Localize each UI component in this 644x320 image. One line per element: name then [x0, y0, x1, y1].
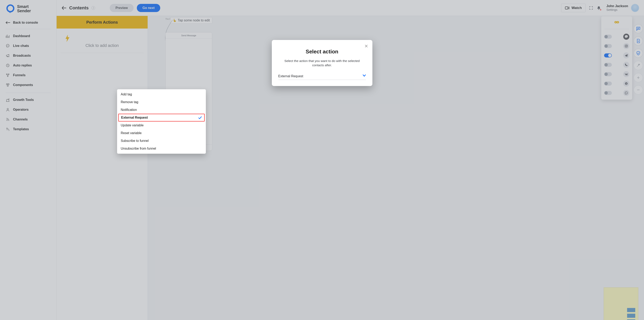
app-shell: Smart Sender Back to console Dashboard L… — [0, 0, 644, 320]
dropdown-option-reset-variable[interactable]: Reset variable — [117, 129, 206, 137]
check-icon — [198, 116, 202, 119]
dropdown-option-remove-tag[interactable]: Remove tag — [117, 98, 206, 106]
dropdown-option-unsubscribe-funnel[interactable]: Unsubscribe from funnel — [117, 145, 206, 152]
close-icon — [364, 44, 368, 48]
chevron-down-icon — [362, 74, 366, 77]
dropdown-option-add-tag[interactable]: Add tag — [117, 91, 206, 98]
dropdown-option-subscribe-funnel[interactable]: Subscribe to funnel — [117, 137, 206, 145]
action-select[interactable]: External Request — [278, 73, 366, 80]
modal-title: Select action — [278, 49, 366, 55]
action-select-value: External Request — [278, 74, 303, 78]
dropdown-option-external-request[interactable]: External Request — [118, 114, 204, 122]
modal-subtitle: Select the action that you want to do wi… — [284, 59, 360, 68]
dropdown-option-notification[interactable]: Notification — [117, 106, 206, 114]
action-dropdown: Add tag Remove tag Notification External… — [117, 89, 206, 154]
select-action-modal: Select action Select the action that you… — [272, 40, 372, 86]
dropdown-option-update-variable[interactable]: Update variable — [117, 122, 206, 129]
modal-close-button[interactable] — [364, 44, 369, 49]
